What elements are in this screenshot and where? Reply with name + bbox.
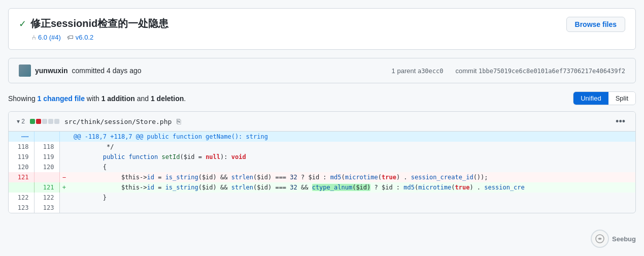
line-content: */ [69, 142, 635, 152]
line-content: public function setId($id = null): void [69, 152, 635, 162]
stat-pill-grey-1 [42, 119, 47, 124]
diff-header: Showing 1 changed file with 1 addition a… [8, 91, 636, 105]
diff-and: and [135, 94, 151, 103]
line-num-new [34, 172, 59, 182]
commit-meta: ⑃ 6.0 (#4) 🏷 v6.0.2 [19, 34, 168, 41]
changed-file-link[interactable]: 1 changed file [38, 94, 85, 103]
line-num-old: 119 [9, 152, 34, 162]
diff-table: ⋯⋯ @@ -118,7 +118,7 @@ public function g… [9, 132, 635, 213]
diff-middle: with [85, 94, 101, 103]
table-row: 120 120 { [9, 162, 635, 172]
line-sign [59, 152, 69, 162]
showing-prefix: Showing [8, 94, 38, 103]
hunk-sign [59, 132, 69, 142]
commit-details-row: yunwuxin committed 4 days ago 1 parent a… [8, 58, 636, 83]
avatar [19, 65, 31, 77]
branch-name[interactable]: 6.0 (#4) [38, 34, 61, 41]
commit-info: commit 1bbe75019ce6c8e0101a6ef73706217e4… [456, 67, 626, 75]
commit-info-right: 1 parent a30ecc0 commit 1bbe75019ce6c8e0… [392, 67, 625, 75]
line-sign: + [59, 182, 69, 193]
commit-title-row: ✓ 修正sessionid检查的一处隐患 [19, 17, 168, 30]
stat-pill-green [30, 119, 35, 124]
tag-icon: 🏷 [67, 34, 74, 41]
branch-item: ⑃ 6.0 (#4) [32, 34, 61, 41]
parent-info: 1 parent a30ecc0 [392, 67, 444, 75]
table-row: 121 − $this->id = is_string($id) && strl… [9, 172, 635, 182]
table-row: 119 119 public function setId($id = null… [9, 152, 635, 162]
line-num-old: 118 [9, 142, 34, 152]
browse-files-button[interactable]: Browse files [566, 17, 625, 32]
author-name[interactable]: yunwuxin [35, 67, 68, 75]
line-content: } [69, 193, 635, 203]
commit-header: ✓ 修正sessionid检查的一处隐患 ⑃ 6.0 (#4) 🏷 v6.0.2… [8, 8, 636, 50]
hunk-line-num-left: ⋯⋯ [9, 132, 34, 142]
stat-pill-red [36, 119, 41, 124]
table-row: 123 123 [9, 203, 635, 213]
diff-filename: src/think/session/Store.php [64, 118, 172, 125]
table-row: 118 118 */ [9, 142, 635, 152]
diff-file-header-left: ▾ 2 src/think/session/Store.php ⎘ [17, 117, 181, 125]
line-num-new: 121 [34, 182, 59, 193]
line-sign [59, 142, 69, 152]
line-num-new: 118 [34, 142, 59, 152]
diff-info: Showing 1 changed file with 1 addition a… [8, 94, 186, 103]
table-row: 121 + $this->id = is_string($id) && strl… [9, 182, 635, 193]
commit-header-left: ✓ 修正sessionid检查的一处隐患 ⑃ 6.0 (#4) 🏷 v6.0.2 [19, 17, 168, 41]
line-num-old: 123 [9, 203, 34, 213]
split-view-button[interactable]: Split [608, 92, 635, 105]
line-num-old: 122 [9, 193, 34, 203]
line-content: $this->id = is_string($id) && strlen($id… [69, 182, 635, 193]
stat-pill-grey-2 [48, 119, 53, 124]
line-content [69, 203, 635, 213]
line-num-new: 119 [34, 152, 59, 162]
line-num-new: 122 [34, 193, 59, 203]
line-sign [59, 162, 69, 172]
diff-options-button[interactable]: ••• [614, 117, 627, 126]
line-content: $this->id = is_string($id) && strlen($id… [69, 172, 635, 182]
diff-file-header: ▾ 2 src/think/session/Store.php ⎘ ••• [9, 112, 635, 132]
diff-hunk-header-row: ⋯⋯ @@ -118,7 +118,7 @@ public function g… [9, 132, 635, 142]
line-sign [59, 193, 69, 203]
full-commit-hash[interactable]: 1bbe75019ce6c8e0101a6ef73706217e406439f2 [479, 68, 625, 75]
line-sign: − [59, 172, 69, 182]
diff-suffix: . [184, 94, 186, 103]
deletions-bold: 1 deletion [151, 94, 184, 103]
diff-stat-pills [30, 119, 59, 124]
author-info: yunwuxin committed 4 days ago [19, 65, 142, 77]
line-num-new: 120 [34, 162, 59, 172]
line-num-new: 123 [34, 203, 59, 213]
expand-icon[interactable]: ▾ 2 [17, 118, 25, 125]
commit-title: 修正sessionid检查的一处隐患 [30, 17, 168, 30]
branch-icon: ⑃ [32, 34, 36, 41]
unified-view-button[interactable]: Unified [573, 92, 608, 105]
line-content: { [69, 162, 635, 172]
line-sign [59, 203, 69, 213]
line-num-old [9, 182, 34, 193]
diff-file: ▾ 2 src/think/session/Store.php ⎘ ••• [8, 111, 636, 213]
table-row: 122 122 } [9, 193, 635, 203]
view-toggle: Unified Split [573, 91, 636, 105]
check-icon: ✓ [19, 18, 26, 29]
tag-name[interactable]: v6.0.2 [76, 34, 93, 41]
hunk-line-num-right [34, 132, 59, 142]
parent-hash[interactable]: a30ecc0 [418, 68, 444, 75]
diff-file-header-right: ••• [614, 117, 627, 126]
additions-bold: 1 addition [101, 94, 135, 103]
commit-time: committed 4 days ago [72, 67, 142, 75]
tag-item: 🏷 v6.0.2 [67, 34, 93, 41]
line-num-old: 120 [9, 162, 34, 172]
line-num-old: 121 [9, 172, 34, 182]
copy-icon[interactable]: ⎘ [177, 117, 181, 125]
hunk-content: @@ -118,7 +118,7 @@ public function getN… [69, 132, 635, 142]
stat-pill-grey-3 [54, 119, 59, 124]
